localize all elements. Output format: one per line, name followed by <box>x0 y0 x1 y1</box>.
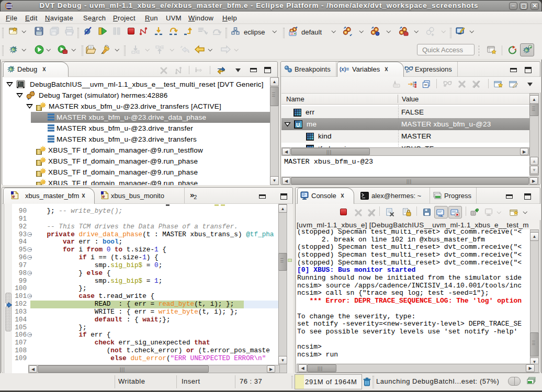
svg-text:x=: x= <box>406 70 410 73</box>
svg-text:e: e <box>103 193 105 199</box>
svg-text:e: e <box>13 193 15 199</box>
